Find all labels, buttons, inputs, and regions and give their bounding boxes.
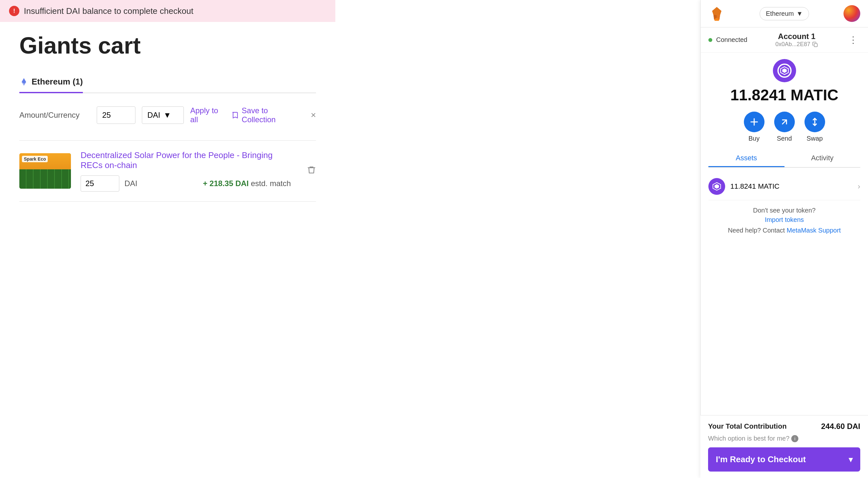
currency-value: DAI [147, 111, 160, 120]
total-contribution-label: Your Total Contribution [708, 422, 787, 430]
send-icon [780, 117, 789, 127]
project-amount-row: DAI + 218.35 DAI estd. match [81, 176, 291, 191]
buy-label: Buy [748, 135, 760, 142]
swap-icon [810, 117, 819, 127]
swap-circle [804, 112, 825, 132]
which-option-text: Which option is best for me? [708, 435, 789, 442]
svg-marker-7 [782, 68, 787, 73]
checkout-button-label: I'm Ready to Checkout [716, 454, 806, 465]
mm-header: Ethereum ▼ [701, 0, 868, 27]
network-label: Ethereum [766, 10, 794, 18]
amount-currency-row: Amount/Currency DAI ▼ Apply to all Save … [19, 106, 316, 131]
tab-ethereum[interactable]: Ethereum (1) [19, 72, 83, 93]
checkout-arrow-icon: ▾ [849, 455, 852, 464]
help-text-label: Need help? Contact [728, 227, 785, 234]
estd-match: + 218.35 DAI estd. match [203, 179, 291, 188]
checkout-button[interactable]: I'm Ready to Checkout ▾ [708, 447, 860, 472]
tab-ethereum-label: Ethereum (1) [32, 77, 83, 87]
spark-eco-badge: Spark Eco [22, 156, 48, 162]
metamask-fox-icon [708, 5, 725, 22]
which-option-row: Which option is best for me? i [708, 435, 860, 442]
mm-actions: Buy Send Swap [744, 112, 825, 142]
send-action-btn[interactable]: Send [774, 112, 795, 142]
account-options-btn[interactable]: ⋮ [846, 33, 860, 47]
mm-balance: 11.8241 MATIC [730, 86, 838, 104]
polygon-icon [780, 66, 789, 76]
bottom-spacer [701, 247, 868, 318]
main-content: Giants cart Ethereum (1) Amount/Currency… [0, 0, 335, 478]
mm-asset-row[interactable]: 11.8241 MATIC › [708, 173, 860, 200]
mm-tabs: Assets Activity [708, 150, 860, 168]
send-circle [774, 112, 795, 132]
info-icon[interactable]: i [791, 435, 798, 442]
mm-balance-value: 11.8241 MATIC [730, 86, 838, 103]
estd-match-amount: + 218.35 DAI [203, 179, 249, 188]
mm-token-inner [777, 63, 792, 78]
project-row: Spark Eco Decentralized Solar Power for … [19, 140, 316, 202]
solar-panels-graphic [19, 169, 71, 189]
save-icon [231, 111, 238, 119]
close-button[interactable]: × [311, 110, 316, 120]
matic-icon [712, 182, 722, 191]
svg-rect-5 [814, 43, 817, 47]
wallet-address: 0x0Ab...2E87 [775, 41, 810, 48]
mm-avatar[interactable] [843, 5, 860, 22]
estd-match-label: estd. match [251, 179, 291, 188]
project-currency: DAI [124, 179, 137, 188]
buy-circle [744, 112, 765, 132]
mm-asset-name: 11.8241 MATIC [730, 182, 855, 190]
copy-icon[interactable] [812, 41, 818, 48]
mm-network-pill[interactable]: Ethereum ▼ [760, 7, 809, 20]
network-dropdown-icon: ▼ [797, 10, 803, 18]
send-label: Send [777, 135, 792, 142]
project-image-inner: Spark Eco [19, 153, 71, 189]
mm-asset-chevron-icon: › [858, 182, 860, 191]
total-contribution-row: Your Total Contribution 244.60 DAI [708, 422, 860, 431]
swap-label: Swap [806, 135, 823, 142]
ethereum-icon [19, 78, 28, 86]
currency-select[interactable]: DAI ▼ [142, 107, 184, 124]
swap-action-btn[interactable]: Swap [804, 112, 825, 142]
metamask-support-link[interactable]: MetaMask Support [787, 227, 841, 234]
save-collection-label: Save to Collection [242, 106, 298, 124]
total-contribution-value: 244.60 DAI [821, 422, 860, 431]
tab-bar: Ethereum (1) [19, 71, 316, 93]
mm-import-section: Don't see your token? Import tokens Need… [708, 200, 860, 241]
address-row: 0x0Ab...2E87 [775, 41, 818, 48]
amount-input[interactable] [97, 107, 135, 124]
error-icon: ! [9, 6, 19, 16]
connected-label: Connected [716, 36, 747, 43]
mm-asset-matic-icon [708, 178, 725, 195]
import-tokens-text: Don't see your token? [708, 207, 860, 214]
project-title[interactable]: Decentralized Solar Power for the People… [81, 150, 291, 170]
mm-help-text: Need help? Contact MetaMask Support [708, 227, 860, 234]
mm-token-icon [773, 59, 796, 82]
bottom-section: Your Total Contribution 244.60 DAI Which… [700, 415, 868, 478]
project-image: Spark Eco [19, 153, 71, 189]
mm-body: 11.8241 MATIC Buy Send [701, 53, 868, 247]
import-tokens-link[interactable]: Import tokens [765, 216, 804, 223]
trash-icon [307, 166, 316, 175]
buy-action-btn[interactable]: Buy [744, 112, 765, 142]
connected-dot [708, 38, 712, 42]
amount-currency-label: Amount/Currency [19, 111, 90, 120]
spark-eco-label: Spark Eco [24, 156, 46, 161]
save-to-collection-btn[interactable]: Save to Collection [231, 106, 298, 124]
project-info: Decentralized Solar Power for the People… [81, 150, 291, 191]
mm-account-bar: Connected Account 1 0x0Ab...2E87 ⋮ [701, 27, 868, 53]
tab-activity[interactable]: Activity [784, 150, 861, 167]
error-message: Insufficient DAI balance to complete che… [24, 6, 193, 16]
project-amount-input[interactable] [81, 176, 119, 191]
dropdown-arrow-icon: ▼ [163, 111, 171, 120]
error-banner: ! Insufficient DAI balance to complete c… [0, 0, 335, 22]
apply-to-all-link[interactable]: Apply to all [190, 106, 224, 124]
tab-assets[interactable]: Assets [708, 150, 784, 167]
page-title: Giants cart [19, 32, 316, 59]
metamask-panel: Ethereum ▼ Connected Account 1 0x0Ab...2… [700, 0, 868, 478]
svg-marker-9 [715, 184, 719, 189]
delete-button[interactable] [307, 166, 316, 177]
account-name: Account 1 [778, 32, 815, 41]
buy-icon [749, 117, 759, 127]
